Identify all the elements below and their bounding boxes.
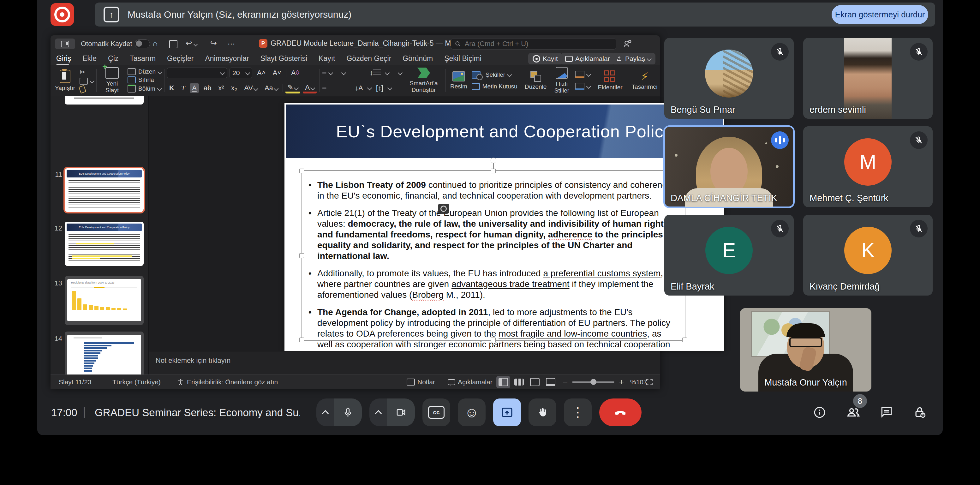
columns-button[interactable]: [391, 72, 396, 73]
search-box[interactable]: [451, 38, 616, 49]
menu-tasarim[interactable]: Tasarım: [130, 54, 156, 63]
thumbnail-slide-11[interactable]: EU's Development and Cooperation Policy: [65, 168, 144, 212]
stop-presenting-button[interactable]: Ekran göstermeyi durdur: [832, 5, 928, 24]
leave-call-button[interactable]: [599, 399, 641, 426]
present-screen-button[interactable]: [493, 399, 521, 426]
quick-styles-button[interactable]: Hızlı Stiller: [551, 66, 573, 94]
participant-tile-bengu[interactable]: Bengü Su Pınar: [664, 38, 794, 119]
section-button[interactable]: Bölüm: [127, 84, 162, 92]
line-spacing-button[interactable]: ↕: [368, 68, 383, 78]
numbering-button[interactable]: [335, 72, 339, 73]
ppt-share-button[interactable]: Paylaş: [612, 53, 655, 64]
autosave-toggle[interactable]: [135, 40, 150, 48]
zoom-slider[interactable]: [572, 375, 614, 389]
more-commands-icon[interactable]: …: [228, 38, 235, 46]
more-options-button[interactable]: ⋮: [564, 399, 592, 426]
align-left-button[interactable]: [322, 87, 326, 89]
resize-handle-w[interactable]: [299, 253, 304, 258]
format-painter-button[interactable]: [80, 86, 94, 93]
notes-placeholder[interactable]: Not eklemek için tıklayın: [149, 351, 660, 365]
slide-title-banner[interactable]: EU`s Development and Cooperation Policy: [286, 105, 723, 158]
shapes-button[interactable]: Şekiller: [472, 71, 517, 79]
reading-view-button[interactable]: [528, 376, 542, 388]
cut-button[interactable]: ✂: [80, 68, 94, 76]
layout-button[interactable]: Düzen: [127, 68, 162, 75]
presence-share-icon[interactable]: [623, 39, 632, 49]
underline-button[interactable]: A: [190, 83, 199, 93]
zoom-level[interactable]: %107: [630, 375, 647, 389]
menu-gorunum[interactable]: Görünüm: [402, 54, 433, 63]
text-direction-button[interactable]: ↓A: [353, 83, 365, 93]
menu-ekle[interactable]: Ekle: [83, 54, 97, 63]
superscript-button[interactable]: x²: [216, 83, 226, 93]
change-case-button[interactable]: Aa: [262, 83, 280, 93]
resize-handle-se[interactable]: [682, 337, 687, 342]
shape-fill-button[interactable]: [575, 71, 590, 78]
participant-tile-damla-speaking[interactable]: DAMLA CİHANGİR TETİK: [664, 126, 794, 207]
increase-indent-button[interactable]: [358, 72, 362, 73]
autosave-control[interactable]: Otomatik Kaydet: [81, 40, 150, 48]
search-input[interactable]: [464, 40, 612, 48]
bullets-button[interactable]: [322, 72, 326, 73]
thumbnail-slide-12[interactable]: EU's Development and Cooperation Policy: [65, 222, 144, 266]
zoom-slider-knob[interactable]: [590, 379, 597, 385]
chat-button[interactable]: [878, 401, 895, 425]
participant-tile-elif[interactable]: E Elif Bayrak: [664, 215, 794, 296]
zoom-in-button[interactable]: +: [619, 375, 624, 389]
save-icon[interactable]: [169, 40, 177, 48]
font-color-button[interactable]: A: [303, 83, 317, 94]
addins-button[interactable]: Eklentiler: [596, 66, 624, 94]
clear-formatting-button[interactable]: A◊: [289, 68, 302, 78]
mic-button[interactable]: [334, 399, 362, 426]
resize-handle-nw[interactable]: [299, 169, 304, 173]
participant-tile-mustafa[interactable]: Mustafa Onur Yalçın: [740, 308, 872, 391]
new-slide-button[interactable]: Yeni Slayt: [99, 66, 125, 94]
captions-button[interactable]: cc: [422, 399, 450, 426]
participant-tile-kivanc[interactable]: K Kıvanç Demirdağ: [803, 215, 933, 296]
participant-tile-mehmet[interactable]: M Mehmet Ç. Şentürk: [803, 126, 933, 207]
grow-font-button[interactable]: A˄: [255, 68, 268, 78]
notes-toggle[interactable]: Notlar: [407, 375, 435, 389]
thumbnail-slide-10-partial[interactable]: [65, 96, 144, 105]
window-chrome-button[interactable]: [55, 38, 75, 49]
mic-options-chevron[interactable]: [317, 399, 334, 426]
rotation-handle[interactable]: [491, 157, 496, 163]
picture-button[interactable]: Resim: [448, 66, 469, 94]
fit-slide-icon[interactable]: [645, 378, 654, 386]
reset-button[interactable]: Sıfırla: [127, 76, 162, 83]
camera-options-chevron[interactable]: [369, 399, 387, 426]
camera-control[interactable]: [369, 399, 415, 426]
slide-sorter-view-button[interactable]: [512, 376, 526, 388]
notes-pane[interactable]: Not eklemek için tıklayın: [149, 351, 660, 375]
font-name-select[interactable]: [167, 68, 227, 78]
copy-button[interactable]: [80, 78, 94, 84]
meeting-details-button[interactable]: [811, 401, 828, 425]
accessibility-status[interactable]: Erişilebilirlik: Önerilere göz atın: [177, 375, 278, 389]
menu-sekil-bicimi[interactable]: Şekil Biçimi: [444, 54, 482, 63]
menu-gecisler[interactable]: Geçişler: [167, 54, 194, 63]
designer-button[interactable]: ⚡ Tasarımcı: [630, 66, 660, 94]
strikethrough-button[interactable]: ab: [201, 83, 213, 93]
language-status[interactable]: Türkçe (Türkiye): [112, 375, 161, 389]
redo-icon[interactable]: ↪: [210, 39, 217, 47]
zoom-out-button[interactable]: −: [563, 375, 568, 389]
menu-slayt-gosterisi[interactable]: Slayt Gösterisi: [261, 54, 307, 63]
current-slide[interactable]: EU`s Development and Cooperation Policy …: [285, 103, 724, 351]
slideshow-view-button[interactable]: [544, 376, 558, 388]
arrange-button[interactable]: Düzenle: [523, 66, 549, 94]
menu-gozden-gecir[interactable]: Gözden Geçir: [346, 54, 391, 63]
mic-control[interactable]: [317, 399, 362, 426]
home-icon[interactable]: ⌂: [153, 40, 158, 48]
shrink-font-button[interactable]: A˅: [270, 68, 284, 78]
raise-hand-button[interactable]: [528, 399, 556, 426]
resize-handle-n[interactable]: [491, 169, 496, 173]
justify-button[interactable]: [343, 87, 347, 89]
smartart-button[interactable]: SmartArt'a Dönüştür: [404, 66, 443, 94]
ppt-comments-button[interactable]: Açıklamalar: [561, 53, 614, 64]
participant-tile-erdem[interactable]: erdem sevimli: [803, 38, 933, 119]
menu-giris[interactable]: Giriş: [56, 54, 71, 63]
participants-button[interactable]: 8: [845, 401, 861, 425]
align-text-button[interactable]: [↕]: [374, 83, 385, 93]
slide-text-box[interactable]: The Lisbon Treaty of 2009 continued to p…: [301, 170, 686, 341]
text-box-button[interactable]: Metin Kutusu: [472, 83, 517, 90]
